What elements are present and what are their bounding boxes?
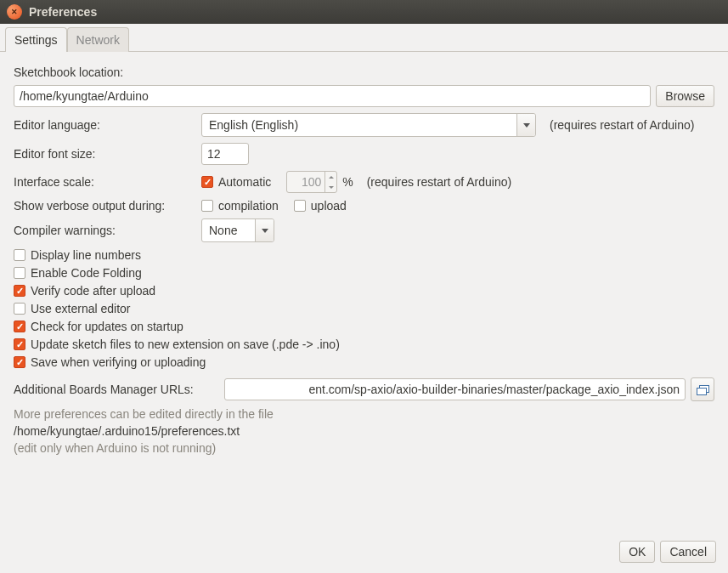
ok-button[interactable]: OK [619, 541, 655, 563]
boards-urls-label: Additional Boards Manager URLs: [14, 383, 219, 396]
save-verify-label: Save when verifying or uploading [31, 355, 206, 369]
editor-language-select[interactable]: English (English) [201, 113, 536, 137]
scale-spinner[interactable] [286, 171, 337, 193]
verify-label: Verify code after upload [31, 284, 155, 298]
language-hint: (requires restart of Arduino) [550, 118, 694, 132]
compiler-warnings-value: None [202, 219, 255, 241]
editor-language-label: Editor language: [14, 118, 196, 132]
code-folding-checkbox[interactable]: Enable Code Folding [14, 266, 142, 280]
checkbox-icon [14, 338, 25, 350]
prefs-path: /home/kyungtae/.arduino15/preferences.tx… [14, 424, 714, 438]
cancel-button[interactable]: Cancel [660, 541, 716, 563]
compiler-warnings-select[interactable]: None [201, 218, 274, 242]
titlebar: Preferences [0, 0, 728, 24]
font-size-label: Editor font size: [14, 147, 196, 161]
spinner-down-icon[interactable] [325, 182, 336, 192]
dialog-footer: OK Cancel [0, 530, 728, 573]
check-updates-checkbox[interactable]: Check for updates on startup [14, 320, 183, 333]
boards-urls-input[interactable] [224, 378, 686, 400]
checkbox-icon [201, 200, 213, 212]
interface-scale-label: Interface scale: [14, 175, 196, 189]
line-numbers-label: Display line numbers [31, 248, 141, 262]
chevron-down-icon[interactable] [255, 219, 274, 241]
font-size-input[interactable] [201, 143, 249, 165]
checkbox-icon [201, 176, 213, 188]
compiler-warnings-label: Compiler warnings: [14, 224, 196, 237]
automatic-scale-checkbox[interactable]: Automatic [201, 175, 271, 189]
edit-note: (edit only when Arduino is not running) [14, 441, 714, 455]
upload-checkbox[interactable]: upload [294, 199, 347, 213]
update-ext-label: Update sketch files to new extension on … [31, 338, 340, 351]
checkbox-icon [14, 249, 25, 261]
tab-network[interactable]: Network [67, 27, 129, 52]
close-icon[interactable] [7, 4, 22, 20]
checkbox-icon [294, 200, 306, 212]
line-numbers-checkbox[interactable]: Display line numbers [14, 248, 141, 262]
percent-label: % [342, 175, 353, 189]
external-editor-checkbox[interactable]: Use external editor [14, 302, 131, 315]
expand-urls-button[interactable] [691, 377, 714, 401]
verbose-label: Show verbose output during: [14, 199, 196, 213]
tab-settings[interactable]: Settings [5, 27, 67, 52]
checkbox-icon [14, 321, 25, 332]
window-title: Preferences [29, 5, 97, 19]
automatic-label: Automatic [218, 175, 271, 189]
external-editor-label: Use external editor [31, 302, 131, 315]
code-folding-label: Enable Code Folding [31, 266, 142, 280]
settings-panel: Sketchbook location: Browse Editor langu… [0, 52, 728, 530]
checkbox-icon [14, 303, 25, 315]
save-verify-checkbox[interactable]: Save when verifying or uploading [14, 355, 206, 369]
browse-button[interactable]: Browse [656, 85, 714, 107]
check-updates-label: Check for updates on startup [31, 320, 183, 333]
verify-checkbox[interactable]: Verify code after upload [14, 284, 155, 298]
checkbox-icon [14, 267, 25, 279]
update-ext-checkbox[interactable]: Update sketch files to new extension on … [14, 338, 340, 351]
spinner-up-icon[interactable] [325, 172, 336, 182]
sketchbook-label: Sketchbook location: [14, 65, 123, 79]
tabs: Settings Network [0, 24, 728, 52]
sketchbook-path-input[interactable] [14, 85, 651, 107]
more-prefs-text: More preferences can be edited directly … [14, 407, 714, 421]
checkbox-icon [14, 285, 25, 297]
editor-language-value: English (English) [202, 114, 516, 136]
checkbox-icon [14, 356, 25, 368]
window-icon [697, 385, 708, 394]
compilation-checkbox[interactable]: compilation [201, 199, 279, 213]
scale-hint: (requires restart of Arduino) [367, 175, 511, 189]
upload-label: upload [311, 199, 347, 213]
compilation-label: compilation [218, 199, 279, 213]
scale-value [287, 172, 324, 192]
chevron-down-icon[interactable] [516, 114, 535, 136]
